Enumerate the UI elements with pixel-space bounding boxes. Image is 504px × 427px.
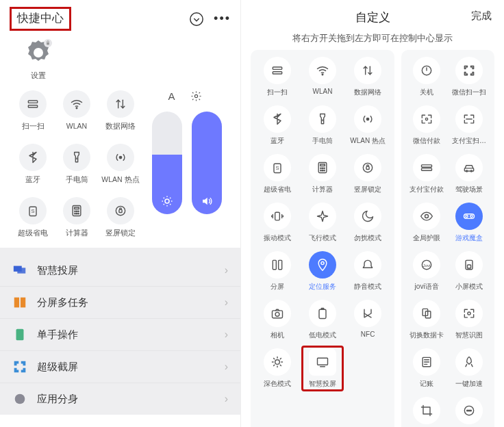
brightness-slider[interactable] [152,112,182,214]
active-toggles-column: 扫一扫WLAN数据网络蓝牙手电筒WLAN 热点S超级省电计算器竖屏锁定振动模式飞… [251,50,394,427]
menu-item[interactable]: 分屏多任务› [0,287,240,319]
toggle-wxscan[interactable]: 微信扫一扫 [448,57,490,97]
toggle-jovi[interactable]: Jovijovi语音 [405,251,448,292]
svg-point-52 [275,360,280,365]
hotspot-icon [354,105,381,133]
qs-wifi[interactable]: WLAN [56,90,97,131]
gear-small-icon[interactable] [190,90,202,102]
toggle-label: 超级省电 [264,185,291,194]
svg-point-74 [467,410,468,411]
toggle-gamebox[interactable]: 游戏魔盒 [448,203,490,243]
svg-rect-29 [273,72,281,74]
done-button[interactable]: 完成 [471,10,492,23]
toggle-lowbatt[interactable]: 低电模式 [300,300,345,340]
svg-point-13 [76,211,77,211]
brightness-icon [161,195,173,207]
toggle-scan[interactable]: 扫一扫 [255,57,300,97]
quick-center-title-box: 快捷中心 [10,7,71,31]
toggle-eye[interactable]: 全局护眼 [405,203,448,243]
qs-scan[interactable]: 扫一扫 [12,90,53,131]
qs-label: 蓝牙 [25,175,40,185]
toggle-data[interactable]: 数据网络 [345,57,390,97]
chevron-right-icon: › [225,264,228,276]
menu-item[interactable]: 智慧投屏› [0,255,240,287]
location-icon [309,251,336,279]
toggle-battery[interactable]: S超级省电 [255,154,300,194]
svg-point-61 [425,215,429,218]
calculator-icon [309,154,336,181]
toggle-lock-rotation[interactable]: 竖屏锁定 [345,154,390,194]
toggle-alipay-pay[interactable]: 支付宝付款 [405,154,448,194]
toggle-rocket[interactable]: 一键加速 [448,348,490,389]
qs-flashlight[interactable]: 手电筒 [56,144,97,185]
toggle-hotspot[interactable]: WLAN 热点 [345,105,390,146]
qs-label: 扫一扫 [22,122,45,131]
settings-shortcut[interactable]: 设置 [23,38,53,81]
qs-lock-rotation[interactable]: 竖屏锁定 [100,197,141,238]
menu-item[interactable]: 应用分身› [0,383,240,415]
available-toggles-column: 关机微信扫一扫微信付款支付宝扫…支付宝付款驾驶场景全局护眼游戏魔盒Jovijov… [401,50,494,427]
toggle-simswap[interactable]: 切换数据卡 [405,300,448,340]
toggle-label: 飞行模式 [309,233,336,243]
qs-bluetooth[interactable]: 蓝牙 [12,144,53,185]
hotspot-icon [107,144,134,171]
svg-rect-50 [319,309,326,318]
menu-label: 应用分身 [37,393,215,406]
svg-rect-68 [468,265,471,268]
toggle-alipay-scan[interactable]: 支付宝扫… [448,105,490,146]
qs-battery[interactable]: S超级省电 [12,197,53,238]
flashlight-icon [309,105,336,133]
toggle-vision[interactable]: 智慧识图 [448,300,490,340]
toggle-label: 智慧识图 [455,331,483,340]
toggle-location[interactable]: 定位服务 [300,251,345,292]
toggle-dots[interactable] [448,397,490,427]
svg-point-17 [78,214,79,214]
toggle-drive[interactable]: 驾驶场景 [448,154,490,194]
toggle-mute[interactable]: 静音模式 [345,251,390,292]
svg-point-40 [322,170,323,171]
toggle-wifi[interactable]: WLAN [300,57,345,97]
svg-rect-53 [318,358,328,365]
toggle-cast[interactable]: 智慧投屏 [300,348,345,389]
toggle-dnd[interactable]: 勿扰模式 [345,203,390,243]
vision-icon [455,300,483,327]
toggle-label: NFC [361,331,375,338]
toggle-label: 智慧投屏 [309,379,336,389]
toggle-split[interactable]: 分屏 [255,251,300,292]
toggle-wxpay[interactable]: 微信付款 [405,105,448,146]
toggle-airplane[interactable]: 飞行模式 [300,203,345,243]
svg-rect-35 [320,164,325,166]
toggle-power[interactable]: 关机 [405,57,448,97]
svg-point-31 [366,118,368,120]
toggle-calculator[interactable]: 计算器 [300,154,345,194]
collapse-icon[interactable] [189,12,204,27]
toggle-dark[interactable]: 深色模式 [255,348,300,389]
svg-point-39 [320,170,321,171]
menu-item[interactable]: 超级截屏› [0,351,240,383]
more-icon[interactable]: ••• [214,12,231,26]
dark-icon [264,348,291,376]
qs-hotspot[interactable]: WLAN 热点 [100,144,141,185]
svg-rect-45 [273,260,276,269]
auto-brightness-icon[interactable]: A [168,90,175,102]
wifi-icon [309,57,336,84]
toggle-flashlight[interactable]: 手电筒 [300,105,345,146]
toggle-label: WLAN 热点 [350,136,386,146]
svg-text:S: S [31,208,34,214]
scan-icon [264,57,291,84]
toggle-ledger[interactable]: 记账 [405,348,448,389]
toggle-label: 静音模式 [354,282,381,292]
toggle-vibrate[interactable]: 振动模式 [255,203,300,243]
toggle-small[interactable]: 小屏模式 [448,251,490,292]
menu-item[interactable]: 单手操作› [0,319,240,351]
qs-calculator[interactable]: 计算器 [56,197,97,238]
qs-data[interactable]: 数据网络 [100,90,141,131]
toggle-camera[interactable]: 相机 [255,300,300,340]
volume-slider[interactable] [192,112,222,214]
toggle-bluetooth[interactable]: 蓝牙 [255,105,300,146]
toggle-nfc[interactable]: NFC [345,300,390,340]
toggle-label: 全局护眼 [413,233,440,243]
toggle-crop[interactable] [405,397,448,427]
toggle-label: 定位服务 [309,282,336,292]
svg-point-30 [322,74,323,75]
